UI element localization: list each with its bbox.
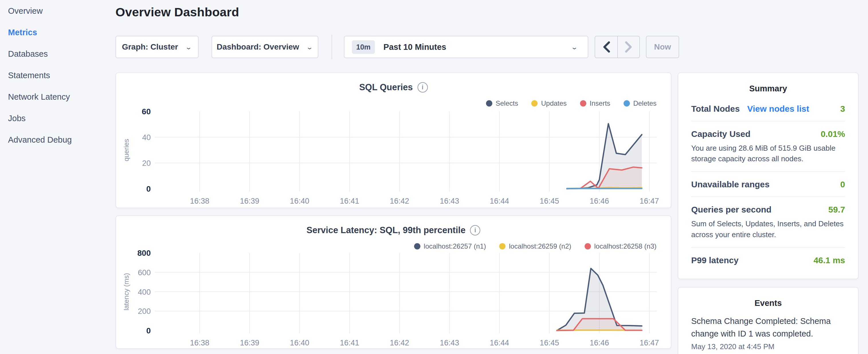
svg-text:16:46: 16:46 [590,339,609,347]
svg-text:queries: queries [122,139,130,162]
svg-text:400: 400 [138,288,151,296]
summary-row-value: 3 [840,104,845,114]
dashboard-dropdown[interactable]: Dashboard: Overview ⌄ [212,36,318,58]
summary-row-description: You are using 28.6 MiB of 515.9 GiB usab… [691,143,845,164]
svg-text:16:40: 16:40 [290,197,309,205]
svg-text:16:44: 16:44 [490,197,509,205]
summary-title: Summary [691,84,845,93]
sidebar: OverviewMetricsDatabasesStatementsNetwor… [0,0,115,151]
chart-plot: 16:3816:3916:4016:4116:4216:4316:4416:45… [116,73,671,207]
page-title: Overview Dashboard [116,5,672,19]
view-nodes-list-link[interactable]: View nodes list [747,104,809,114]
svg-text:16:46: 16:46 [590,197,609,205]
summary-row: Total NodesView nodes list3 [691,96,845,121]
svg-text:16:45: 16:45 [539,197,559,205]
summary-row-value: 0.01% [821,129,845,139]
svg-text:16:44: 16:44 [490,339,509,347]
time-range-dropdown[interactable]: 10m Past 10 Minutes ⌄ [344,36,588,58]
sidebar-item-overview[interactable]: Overview [0,0,115,22]
main-content: Overview Dashboard Graph: Cluster ⌄ Dash… [116,0,672,19]
sidebar-item-jobs[interactable]: Jobs [0,108,115,129]
svg-text:16:47: 16:47 [640,197,659,205]
svg-text:16:41: 16:41 [340,339,359,347]
summary-row-label: Queries per second [691,205,771,215]
toolbar: Graph: Cluster ⌄ Dashboard: Overview ⌄ 1… [116,36,679,58]
svg-text:16:47: 16:47 [640,339,659,347]
chevron-down-icon: ⌄ [185,43,192,51]
svg-text:16:39: 16:39 [240,339,259,347]
sidebar-item-metrics[interactable]: Metrics [0,22,115,43]
graph-scope-dropdown-label: Graph: Cluster [122,42,178,52]
summary-row: Queries per second59.7Sum of Selects, Up… [691,196,845,247]
svg-text:0: 0 [146,326,151,335]
event-message: Schema Change Completed: Schema change w… [691,315,845,340]
svg-text:16:42: 16:42 [390,197,409,205]
svg-text:16:39: 16:39 [240,197,259,205]
chevron-right-icon [625,41,632,53]
time-range-label: Past 10 Minutes [383,42,446,52]
summary-rows: Total NodesView nodes list3Capacity Used… [691,96,845,272]
chevron-left-icon [602,41,610,53]
svg-text:16:42: 16:42 [390,339,409,347]
summary-row-label: Capacity Used [691,129,750,139]
svg-text:16:40: 16:40 [290,339,309,347]
svg-text:16:43: 16:43 [440,197,459,205]
event-items: Schema Change Completed: Schema change w… [691,315,845,351]
events-title: Events [691,298,845,308]
svg-text:200: 200 [138,307,151,316]
svg-text:20: 20 [142,159,151,167]
service-latency-chart-card: Service Latency: SQL, 99th percentileilo… [116,215,672,349]
svg-text:0: 0 [146,185,151,193]
time-step-buttons [595,36,640,58]
svg-text:latency (ms): latency (ms) [122,273,130,311]
sidebar-item-advanced-debug[interactable]: Advanced Debug [0,129,115,151]
chevron-down-icon: ⌄ [571,43,578,51]
time-step-back-button[interactable] [595,36,617,58]
summary-row-description: Sum of Selects, Updates, Inserts, and De… [691,219,845,240]
svg-text:16:41: 16:41 [340,197,359,205]
svg-text:600: 600 [138,268,151,277]
summary-row-label: Total Nodes [691,104,740,114]
chart-plot: 16:3816:3916:4016:4116:4216:4316:4416:45… [116,216,671,348]
chevron-down-icon: ⌄ [306,43,313,51]
time-range-badge: 10m [352,40,375,54]
svg-text:16:43: 16:43 [440,339,459,347]
summary-panel: Summary Total NodesView nodes list3Capac… [678,72,859,279]
toolbar-divider [332,35,332,59]
summary-row-label: P99 latency [691,255,739,265]
sidebar-item-databases[interactable]: Databases [0,43,115,65]
summary-row: Capacity Used0.01%You are using 28.6 MiB… [691,121,845,171]
now-button[interactable]: Now [646,36,679,58]
summary-row: P99 latency46.1 ms [691,247,845,272]
svg-text:16:45: 16:45 [539,339,559,347]
svg-text:16:38: 16:38 [190,197,210,205]
summary-row-value: 46.1 ms [813,255,845,265]
svg-text:16:38: 16:38 [190,339,210,347]
events-panel: Events Schema Change Completed: Schema c… [678,287,859,354]
event-timestamp: May 13, 2020 at 4:45 PM [691,342,845,351]
svg-text:60: 60 [142,107,151,116]
time-step-forward-button[interactable] [617,36,639,58]
sidebar-item-statements[interactable]: Statements [0,65,115,86]
event-item[interactable]: Schema Change Completed: Schema change w… [691,315,845,351]
summary-row-value: 0 [840,180,845,189]
svg-text:40: 40 [142,133,151,142]
dashboard-dropdown-label: Dashboard: Overview [217,42,299,52]
summary-row: Unavailable ranges0 [691,171,845,196]
sidebar-item-network-latency[interactable]: Network Latency [0,86,115,108]
svg-text:800: 800 [137,249,151,257]
sql-queries-chart-card: SQL QueriesiSelectsUpdatesInsertsDeletes… [116,72,672,208]
graph-scope-dropdown[interactable]: Graph: Cluster ⌄ [116,36,198,58]
summary-row-label: Unavailable ranges [691,180,769,189]
summary-row-value: 59.7 [829,205,845,215]
